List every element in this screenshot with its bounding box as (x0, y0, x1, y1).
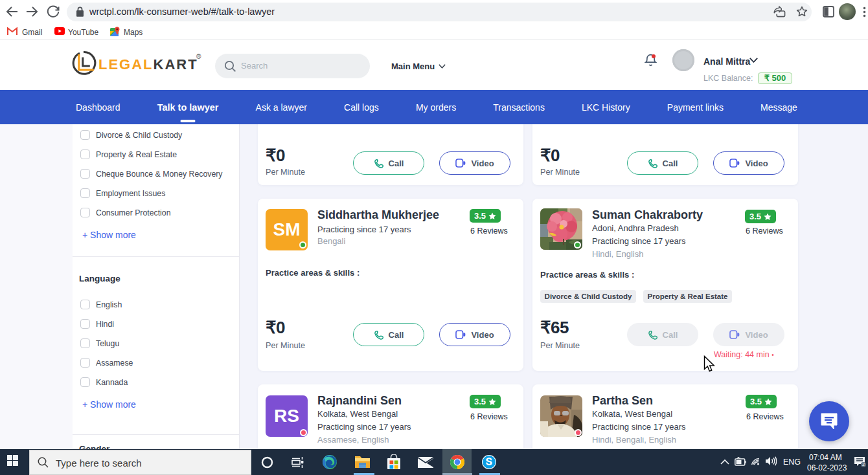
svg-text:2: 2 (862, 462, 865, 467)
